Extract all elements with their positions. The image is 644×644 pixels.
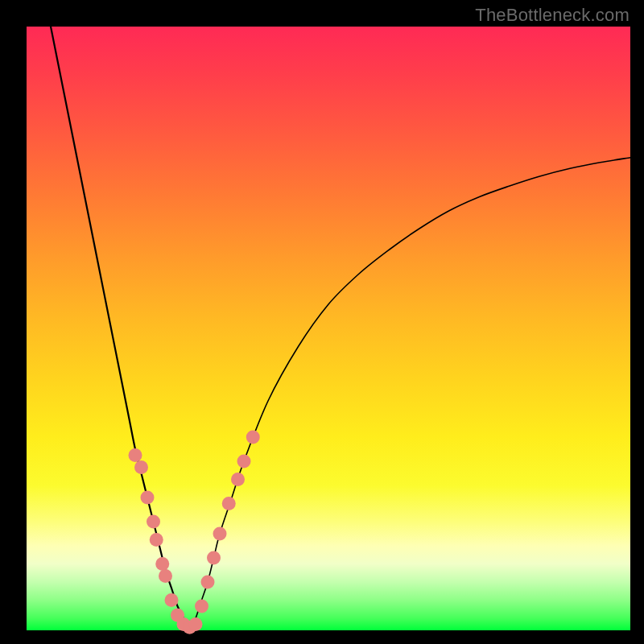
highlight-dot	[222, 497, 236, 510]
highlight-dot	[141, 491, 155, 505]
highlighted-dots-group	[129, 431, 260, 634]
highlight-dot	[231, 473, 245, 486]
chart-svg	[27, 27, 630, 630]
chart-frame: TheBottleneck.com	[0, 0, 644, 644]
watermark-text: TheBottleneck.com	[475, 5, 630, 26]
highlight-dot	[134, 460, 148, 474]
highlight-dot	[201, 576, 215, 589]
highlight-dot	[213, 527, 227, 541]
highlight-dot	[237, 455, 251, 469]
plot-area	[27, 27, 630, 630]
highlight-dot	[150, 533, 163, 547]
highlight-dot	[189, 617, 203, 631]
highlight-dot	[165, 593, 179, 607]
left-branch-curve	[51, 27, 190, 630]
right-branch-curve	[190, 158, 631, 630]
highlight-dot	[207, 551, 221, 565]
highlight-dot	[147, 515, 160, 529]
highlight-dot	[195, 600, 208, 613]
highlight-dot	[155, 557, 169, 571]
highlight-dot	[129, 448, 142, 462]
highlight-dot	[159, 569, 172, 583]
highlight-dot	[246, 431, 260, 444]
